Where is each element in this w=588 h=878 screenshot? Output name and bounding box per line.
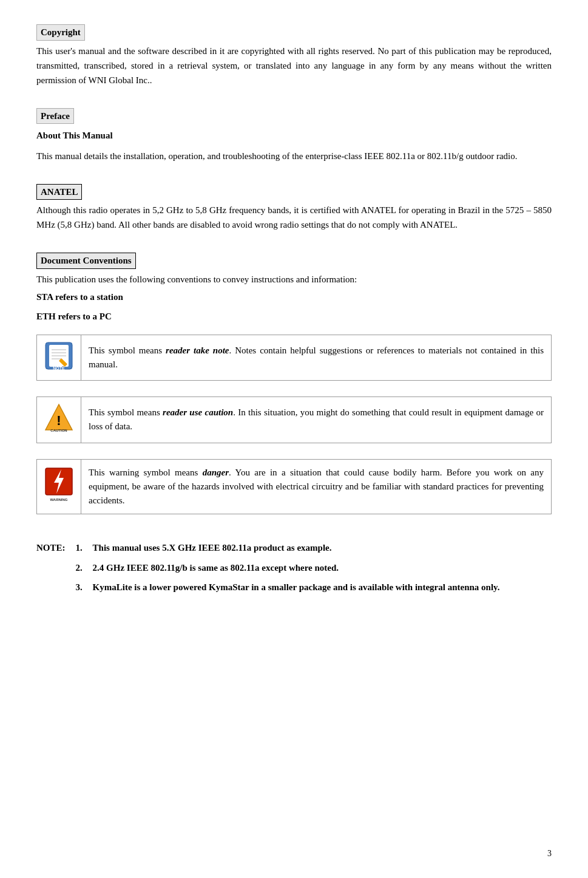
copyright-heading: Copyright bbox=[36, 24, 85, 41]
warning-icon: WARNING bbox=[44, 467, 73, 496]
warning-bold-italic: danger bbox=[203, 468, 229, 477]
caution-text-cell: This symbol means reader use caution. In… bbox=[81, 397, 552, 443]
note-num-1: 1. bbox=[76, 541, 93, 555]
note-item-text-1: This manual uses 5.X GHz IEEE 802.11a pr… bbox=[93, 541, 332, 555]
preface-subheading: About This Manual bbox=[36, 129, 552, 143]
anatel-heading: ANATEL bbox=[36, 184, 82, 200]
note-num-2: 2. bbox=[76, 561, 93, 575]
warning-icon-cell: WARNING bbox=[37, 459, 81, 514]
note-label: NOTE: bbox=[36, 541, 76, 601]
warning-text-cell: This warning symbol means danger. You ar… bbox=[81, 459, 552, 514]
note-num-3: 3. bbox=[76, 580, 93, 594]
note-item-2: 2. 2.4 GHz IEEE 802.11g/b is same as 802… bbox=[76, 561, 552, 575]
caution-icon: ! CAUTION bbox=[44, 403, 73, 432]
copyright-section: Copyright This user's manual and the sof… bbox=[36, 24, 552, 87]
note-item-text-3: KymaLite is a lower powered KymaStar in … bbox=[93, 580, 500, 594]
preface-section: Preface About This Manual This manual de… bbox=[36, 108, 552, 163]
note-icon: NOTE bbox=[44, 341, 73, 370]
svg-text:NOTE: NOTE bbox=[53, 366, 65, 370]
note-row: NOTE: 1. This manual uses 5.X GHz IEEE 8… bbox=[36, 541, 552, 601]
anatel-body: Although this radio operates in 5,2 GHz … bbox=[36, 203, 552, 232]
note-items: 1. This manual uses 5.X GHz IEEE 802.11a… bbox=[76, 541, 552, 601]
note-list-section: NOTE: 1. This manual uses 5.X GHz IEEE 8… bbox=[36, 541, 552, 601]
caution-pre-text: This symbol means bbox=[89, 407, 163, 417]
note-notice: NOTE This symbol means reader take note.… bbox=[36, 335, 552, 381]
note-list: NOTE: 1. This manual uses 5.X GHz IEEE 8… bbox=[36, 541, 552, 601]
caution-bold-italic: reader use caution bbox=[163, 407, 233, 417]
caution-notice: ! CAUTION This symbol means reader use c… bbox=[36, 396, 552, 443]
svg-text:WARNING: WARNING bbox=[50, 498, 68, 502]
eth-heading: ETH refers to a PC bbox=[36, 310, 552, 324]
doc-conventions-body: This publication uses the following conv… bbox=[36, 272, 552, 287]
doc-conventions-section: Document Conventions This publication us… bbox=[36, 253, 552, 324]
preface-body: This manual details the installation, op… bbox=[36, 149, 552, 163]
note-item-1: 1. This manual uses 5.X GHz IEEE 802.11a… bbox=[76, 541, 552, 555]
sta-heading: STA refers to a station bbox=[36, 290, 552, 304]
page-number: 3 bbox=[547, 847, 552, 860]
preface-heading: Preface bbox=[36, 108, 74, 124]
copyright-body: This user's manual and the software desc… bbox=[36, 44, 552, 87]
doc-conventions-heading: Document Conventions bbox=[36, 253, 136, 269]
note-bold-italic: reader take note bbox=[166, 345, 229, 355]
anatel-section: ANATEL Although this radio operates in 5… bbox=[36, 184, 552, 233]
warning-notice: WARNING This warning symbol means danger… bbox=[36, 459, 552, 515]
note-text-cell: This symbol means reader take note. Note… bbox=[81, 335, 552, 381]
warning-pre-text: This warning symbol means bbox=[89, 468, 203, 477]
note-pre-text: This symbol means bbox=[89, 345, 166, 355]
svg-text:!: ! bbox=[56, 413, 61, 428]
note-icon-cell: NOTE bbox=[37, 335, 81, 381]
svg-text:CAUTION: CAUTION bbox=[50, 429, 67, 432]
caution-icon-cell: ! CAUTION bbox=[37, 397, 81, 443]
note-item-text-2: 2.4 GHz IEEE 802.11g/b is same as 802.11… bbox=[93, 561, 339, 575]
note-item-3: 3. KymaLite is a lower powered KymaStar … bbox=[76, 580, 552, 594]
